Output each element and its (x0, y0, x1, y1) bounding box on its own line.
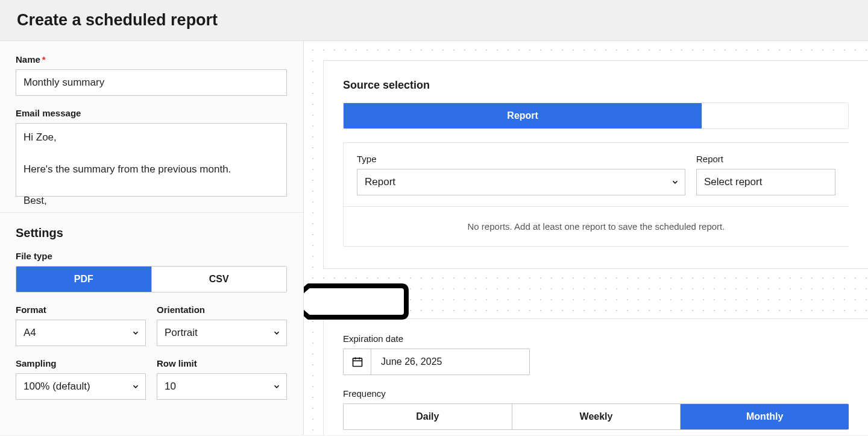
email-field-group: Email message Hi Zoe, Here's the summary… (16, 108, 288, 197)
svg-rect-0 (353, 358, 362, 366)
schedule-card: Expiration date June 26, 2025 Frequency … (323, 318, 868, 435)
basic-info-section: Name* Email message Hi Zoe, Here's the s… (0, 41, 303, 212)
source-config-box: Type Report Report Select report (343, 142, 849, 247)
source-config-row: Type Report Report Select report (344, 143, 849, 206)
type-select-value: Report (357, 169, 685, 195)
page-header: Create a scheduled report (0, 0, 868, 41)
file-type-group: File type PDF CSV (16, 251, 288, 292)
source-tab-other[interactable] (702, 103, 848, 128)
file-type-label: File type (16, 251, 288, 261)
rowlimit-label: Row limit (157, 358, 287, 368)
expiration-label: Expiration date (343, 333, 849, 344)
source-tab-report[interactable]: Report (344, 103, 702, 128)
expiration-date-picker[interactable]: June 26, 2025 (343, 349, 530, 375)
format-orientation-row: Format A4 Orientation Portrait (16, 305, 287, 346)
empty-reports-message: No reports. Add at least one report to s… (344, 206, 849, 246)
orientation-select[interactable]: Portrait (157, 320, 287, 346)
expiration-date-value: June 26, 2025 (371, 349, 529, 374)
settings-heading: Settings (16, 226, 288, 240)
frequency-label: Frequency (343, 388, 849, 399)
format-label: Format (16, 305, 146, 315)
orientation-col: Orientation Portrait (157, 305, 287, 346)
report-col: Report Select report (696, 154, 835, 195)
frequency-monthly-button[interactable]: Monthly (680, 404, 849, 429)
report-label: Report (696, 154, 835, 164)
format-select[interactable]: A4 (16, 320, 146, 346)
main-layout: Name* Email message Hi Zoe, Here's the s… (0, 41, 868, 435)
settings-section: Settings File type PDF CSV Format A4 (0, 212, 303, 415)
page-title: Create a scheduled report (17, 11, 851, 30)
rowlimit-col: Row limit 10 (157, 358, 287, 400)
format-select-value: A4 (16, 320, 146, 346)
rowlimit-select-value: 10 (157, 373, 287, 400)
sampling-col: Sampling 100% (default) (16, 358, 146, 400)
report-select[interactable]: Select report (696, 169, 835, 195)
source-selection-card: Source selection Report Type Report (323, 60, 868, 269)
name-input[interactable] (16, 69, 287, 96)
frequency-group: Frequency Daily Weekly Monthly (343, 388, 849, 430)
sampling-select[interactable]: 100% (default) (16, 373, 146, 400)
sampling-label: Sampling (16, 358, 146, 368)
required-star-icon: * (42, 54, 46, 65)
email-message-input[interactable]: Hi Zoe, Here's the summary from the prev… (16, 123, 287, 197)
name-field-group: Name* (16, 54, 288, 96)
orientation-select-value: Portrait (157, 320, 287, 346)
format-col: Format A4 (16, 305, 146, 346)
type-label: Type (357, 154, 685, 164)
report-select-value: Select report (696, 169, 835, 195)
file-type-csv-button[interactable]: CSV (151, 267, 287, 292)
email-label: Email message (16, 108, 288, 118)
sampling-select-value: 100% (default) (16, 373, 146, 400)
name-label: Name* (16, 54, 288, 65)
right-panel: Source selection Report Type Report (304, 41, 868, 435)
left-panel: Name* Email message Hi Zoe, Here's the s… (0, 41, 304, 435)
file-type-toggle: PDF CSV (16, 266, 287, 292)
frequency-weekly-button[interactable]: Weekly (512, 404, 681, 429)
source-selection-title: Source selection (343, 79, 849, 92)
type-col: Type Report (357, 154, 685, 195)
expiration-group: Expiration date June 26, 2025 (343, 333, 849, 375)
orientation-label: Orientation (157, 305, 287, 315)
rowlimit-select[interactable]: 10 (157, 373, 287, 400)
frequency-daily-button[interactable]: Daily (344, 404, 512, 429)
source-tabs: Report (343, 103, 849, 129)
frequency-toggle: Daily Weekly Monthly (343, 403, 849, 430)
type-select[interactable]: Report (357, 169, 685, 195)
name-label-text: Name (16, 54, 40, 65)
sampling-rowlimit-row: Sampling 100% (default) Row limit 10 (16, 358, 287, 400)
calendar-icon (344, 349, 371, 374)
file-type-pdf-button[interactable]: PDF (16, 267, 151, 292)
callout-arrow-icon (304, 282, 409, 321)
